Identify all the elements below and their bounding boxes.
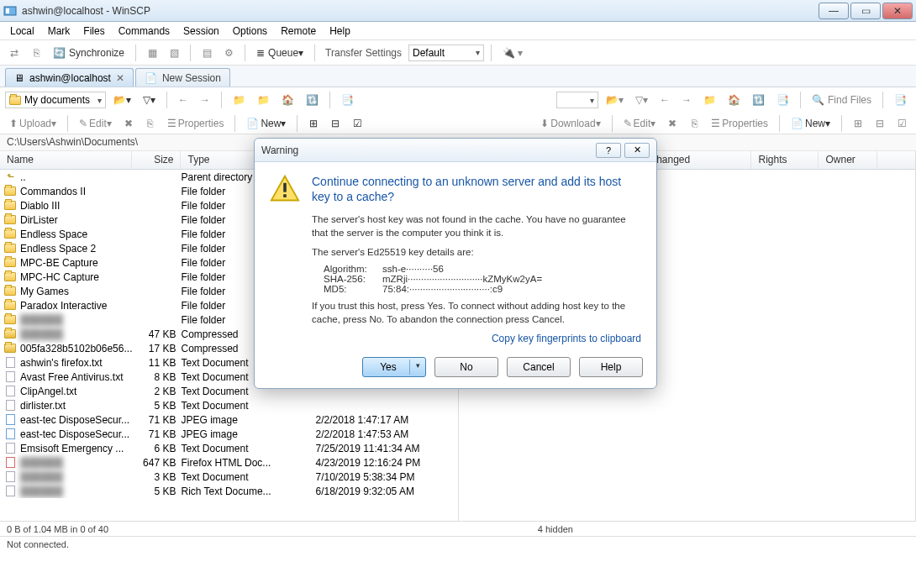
file-size: 71 KB [132, 414, 181, 426]
file-icon [3, 370, 17, 384]
menu-local[interactable]: Local [3, 24, 41, 39]
properties-button[interactable]: ☰ Properties [707, 114, 772, 133]
minus-icon[interactable]: ⊟ [326, 114, 345, 133]
menu-files[interactable]: Files [76, 24, 111, 39]
filter-icon[interactable]: ▽▾ [631, 91, 652, 109]
remote-location-combo[interactable] [556, 92, 598, 108]
file-size: 5 KB [132, 400, 181, 412]
col-owner[interactable]: Owner [819, 151, 877, 169]
home-icon[interactable]: 🏠 [277, 91, 298, 109]
help-button[interactable]: Help [579, 357, 643, 377]
compare-icon[interactable]: ⎘ [27, 44, 45, 62]
dialog-help-icon[interactable]: ? [596, 143, 621, 158]
file-name: MPC-HC Capture [20, 271, 132, 283]
copy-icon[interactable]: ⎘ [141, 114, 160, 133]
up-folder-icon[interactable]: 📁 [699, 91, 720, 109]
file-type: Rich Text Docume... [181, 486, 315, 497]
open-folder-icon[interactable]: 📂▾ [602, 91, 628, 109]
toolbar-icon[interactable]: 🔌 ▾ [498, 44, 527, 62]
forward-icon[interactable]: → [677, 91, 696, 109]
check-icon[interactable]: ☑ [892, 114, 911, 133]
menu-session[interactable]: Session [176, 24, 226, 39]
table-row[interactable]: east-tec DisposeSecur... 71 KB JPEG imag… [0, 427, 458, 441]
gear-icon[interactable]: ⚙ [219, 44, 238, 62]
file-icon [3, 399, 17, 412]
file-changed: 2/2/2018 1:47:17 AM [315, 414, 458, 426]
table-row[interactable]: ██████ 3 KB Text Document 7/10/2019 5:38… [0, 470, 458, 484]
maximize-button[interactable]: ▭ [850, 3, 881, 19]
bookmark-icon[interactable]: 📑 [890, 91, 911, 109]
file-name: ██████ [20, 314, 132, 326]
table-row[interactable]: east-tec DisposeSecur... 71 KB JPEG imag… [0, 412, 458, 427]
close-button[interactable]: ✕ [882, 3, 913, 19]
delete-icon[interactable]: ✖ [119, 114, 138, 133]
root-folder-icon[interactable]: 📁 [253, 91, 274, 109]
minimize-button[interactable]: — [819, 3, 849, 19]
transfer-settings-combo[interactable]: Default [408, 45, 484, 61]
new-button[interactable]: 📄 New ▾ [242, 114, 290, 133]
file-name: Endless Space 2 [20, 243, 132, 255]
properties-button[interactable]: ☰ Properties [163, 114, 229, 133]
yes-button[interactable]: Yes [362, 357, 426, 377]
edit-button[interactable]: ✎ Edit ▾ [75, 114, 116, 133]
dialog-heading: Continue connecting to an unknown server… [312, 174, 641, 204]
back-icon[interactable]: ← [174, 91, 192, 109]
copy-icon[interactable]: ⎘ [685, 114, 703, 133]
refresh-icon[interactable]: 🔃 [748, 91, 769, 109]
download-button[interactable]: ⬇ Download ▾ [536, 114, 604, 133]
no-button[interactable]: No [434, 357, 498, 377]
copy-fingerprints-link[interactable]: Copy key fingerprints to clipboard [312, 333, 641, 344]
menu-mark[interactable]: Mark [41, 24, 77, 39]
cancel-button[interactable]: Cancel [507, 357, 571, 377]
table-row[interactable]: ██████ 647 KB Firefox HTML Doc... 4/23/2… [0, 455, 458, 470]
toolbar-icon[interactable]: ▦ [143, 44, 161, 62]
file-size: 17 KB [132, 343, 181, 354]
table-row[interactable]: Emsisoft Emergency ... 6 KB Text Documen… [0, 441, 458, 455]
up-folder-icon[interactable]: 📁 [229, 91, 250, 109]
upload-button[interactable]: ⬆ Upload ▾ [5, 114, 61, 133]
menu-help[interactable]: Help [323, 24, 357, 39]
synchronize-button[interactable]: 🔄 Synchronize [49, 44, 129, 62]
toolbar-icon[interactable]: ▤ [197, 44, 216, 62]
menu-options[interactable]: Options [226, 24, 274, 39]
col-name[interactable]: Name [0, 151, 132, 169]
file-name: ██████ [20, 486, 132, 497]
open-folder-icon[interactable]: 📂▾ [109, 91, 135, 109]
file-name: ██████ [20, 328, 132, 340]
menu-commands[interactable]: Commands [112, 24, 176, 39]
status-selection: 0 B of 1.04 MB in 0 of 40 [7, 524, 108, 534]
col-rights[interactable]: Rights [751, 151, 819, 169]
find-files-button[interactable]: 🔍 Find Files [808, 91, 876, 109]
delete-icon[interactable]: ✖ [663, 114, 682, 133]
table-row[interactable]: ██████ 5 KB Rich Text Docume... 6/18/201… [0, 484, 458, 498]
tab-session[interactable]: 🖥 ashwin@localhost ✕ [5, 68, 134, 87]
file-name: east-tec DisposeSecur... [20, 414, 132, 426]
dialog-close-icon[interactable]: ✕ [624, 143, 650, 158]
edit-button[interactable]: ✎ Edit ▾ [619, 114, 661, 133]
back-icon[interactable]: ← [655, 91, 674, 109]
refresh-icon[interactable]: 🔃 [302, 91, 323, 109]
forward-icon[interactable]: → [196, 91, 214, 109]
minus-icon[interactable]: ⊟ [871, 114, 889, 133]
filter-icon[interactable]: ▽▾ [139, 91, 160, 109]
close-icon[interactable]: ✕ [116, 72, 124, 84]
file-name: MPC-BE Capture [20, 257, 132, 269]
connection-status: Not connected. [0, 536, 916, 551]
sync-dirs-icon[interactable]: ⇄ [5, 44, 24, 62]
bookmark-icon[interactable]: 📑 [772, 91, 793, 109]
plus-icon[interactable]: ⊞ [304, 114, 323, 133]
table-row[interactable]: dirlister.txt 5 KB Text Document [0, 398, 458, 412]
menu-remote[interactable]: Remote [274, 24, 323, 39]
location-combo[interactable]: My documents [5, 92, 106, 108]
new-button[interactable]: 📄 New ▾ [787, 114, 834, 133]
tab-new-session[interactable]: 📄 New Session [135, 68, 230, 87]
check-icon[interactable]: ☑ [348, 114, 366, 133]
home-icon[interactable]: 🏠 [724, 91, 745, 109]
col-changed[interactable]: Changed [642, 151, 751, 169]
col-size[interactable]: Size [132, 151, 181, 169]
file-icon [3, 456, 17, 470]
queue-button[interactable]: ≣ Queue ▾ [252, 44, 308, 62]
plus-icon[interactable]: ⊞ [849, 114, 867, 133]
bookmark-icon[interactable]: 📑 [337, 91, 358, 109]
toolbar-icon[interactable]: ▧ [165, 44, 183, 62]
